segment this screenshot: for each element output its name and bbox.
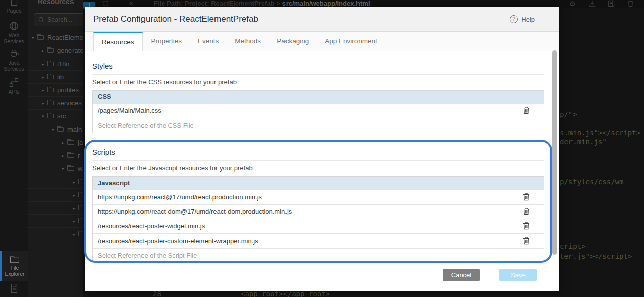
delete-button[interactable] xyxy=(522,235,531,247)
tree-row[interactable]: ▸ i18n xyxy=(28,57,83,71)
sidebar-item-document[interactable] xyxy=(0,283,28,293)
tree-row[interactable] xyxy=(28,254,83,267)
sidebar-item-web-services[interactable]: Web Services xyxy=(0,21,28,44)
tree-row[interactable]: ▸ xyxy=(28,215,83,228)
delete-file-button[interactable] xyxy=(627,0,634,8)
folder-icon xyxy=(78,193,83,197)
rail-label: Pages xyxy=(1,8,27,14)
css-table: CSS /pages/Main/Main.css Select Referenc… xyxy=(92,90,544,133)
tree-row[interactable] xyxy=(28,267,83,280)
resource-value[interactable]: /pages/Main/Main.css xyxy=(93,104,508,118)
resource-value[interactable]: https://unpkg.com/react@17/umd/react.pro… xyxy=(93,190,508,204)
tree-label: main xyxy=(67,126,82,133)
scripts-heading: Scripts xyxy=(92,148,544,161)
tree-row[interactable]: ▸ xyxy=(28,175,83,189)
folder-icon xyxy=(10,255,20,263)
save-file-button[interactable] xyxy=(608,0,615,8)
tab-app-environment[interactable]: App Environment xyxy=(317,32,385,51)
tab-bar: ResourcesPropertiesEventsMethodsPackagin… xyxy=(85,32,559,51)
download-button[interactable] xyxy=(589,0,596,8)
css-reference-input[interactable]: Select Reference of the CSS File xyxy=(93,118,544,133)
download-icon xyxy=(589,0,596,7)
tree-row[interactable] xyxy=(28,280,83,293)
delete-button[interactable] xyxy=(522,192,531,203)
table-header: Javascript xyxy=(93,177,544,190)
folder-icon xyxy=(78,219,83,223)
save-button[interactable]: Save xyxy=(499,269,537,281)
tree-row[interactable]: ▸ lib xyxy=(28,71,83,84)
folder-icon xyxy=(47,101,54,105)
trash-icon xyxy=(523,222,530,230)
tree-row[interactable]: ▸ xyxy=(28,202,83,215)
tree-row[interactable] xyxy=(28,293,83,297)
tree-row[interactable]: ▾ main xyxy=(28,123,83,136)
sidebar-item-pages[interactable]: Pages xyxy=(0,0,28,14)
search-input[interactable]: Search... xyxy=(34,13,83,26)
sidebar-item-apis[interactable]: APIs xyxy=(0,78,28,95)
tree-row[interactable]: ▸ profiles xyxy=(28,84,83,97)
tree-label: ReactElemen xyxy=(47,34,83,41)
delete-button[interactable] xyxy=(522,105,531,117)
tab-properties[interactable]: Properties xyxy=(143,32,190,51)
folder-icon xyxy=(67,153,74,158)
folder-icon xyxy=(78,232,83,236)
settings-button[interactable]: ⚙ xyxy=(569,0,576,8)
folder-icon xyxy=(57,127,64,132)
trash-icon xyxy=(523,236,530,245)
script-reference-input[interactable]: Select Reference of the Script File xyxy=(93,248,544,263)
tree-row[interactable] xyxy=(28,241,83,254)
tree-label: src xyxy=(57,112,66,120)
action-cell xyxy=(508,104,544,118)
trash-icon xyxy=(627,0,634,7)
folder-icon xyxy=(67,140,74,145)
caret-icon: ▸ xyxy=(73,193,78,198)
resource-value[interactable]: /resources/react-poster-widget.min.js xyxy=(93,219,508,233)
tree-row[interactable]: ▸ ja xyxy=(28,136,83,149)
actions-column-header xyxy=(508,91,544,103)
collapse-panel-button[interactable]: « xyxy=(129,0,133,8)
tree-row[interactable]: ▸ generated xyxy=(28,44,83,57)
trash-icon xyxy=(523,193,530,201)
tree-row[interactable]: ▸ services xyxy=(28,97,83,110)
tree-row[interactable]: ▸ xyxy=(28,189,83,202)
caret-icon: ▸ xyxy=(73,232,78,237)
code-fragment: p/styles/css/wm xyxy=(560,177,623,186)
css-table-rows: /pages/Main/Main.css xyxy=(93,103,544,118)
tab-resources[interactable]: Resources xyxy=(93,32,143,51)
tree-row[interactable]: ▾ ReactElemen xyxy=(28,31,83,44)
tab-packaging[interactable]: Packaging xyxy=(269,32,317,51)
styles-subtitle: Select or Enter the CSS resources for yo… xyxy=(92,78,544,86)
caret-icon: ▾ xyxy=(52,127,57,132)
sidebar-item-java-services[interactable]: Java Services xyxy=(0,48,28,72)
coffee-icon xyxy=(9,48,19,58)
folder-icon xyxy=(47,75,54,79)
refresh-button[interactable] xyxy=(102,0,109,8)
help-button[interactable]: ? Help xyxy=(510,7,535,31)
sidebar-item-file-explorer[interactable]: File Explorer xyxy=(0,251,28,281)
rail-label: Web Services xyxy=(1,32,27,44)
tab-events[interactable]: Events xyxy=(190,32,227,51)
caret-icon: ▾ xyxy=(32,35,37,40)
tree-row[interactable]: ▸ r xyxy=(28,149,83,162)
tab-methods[interactable]: Methods xyxy=(227,32,269,51)
folder-icon xyxy=(78,180,83,184)
table-row: https://unpkg.com/react@17/umd/react.pro… xyxy=(93,190,544,204)
cancel-button[interactable]: Cancel xyxy=(443,269,480,281)
dialog-body: Styles Select or Enter the CSS resources… xyxy=(85,51,559,291)
dialog-scrollbar[interactable] xyxy=(552,50,557,255)
resource-value[interactable]: https://unpkg.com/react-dom@17/umd/react… xyxy=(93,205,508,219)
rail-label: Java Services xyxy=(1,60,27,72)
caret-icon: ▸ xyxy=(73,206,78,211)
caret-icon: ▾ xyxy=(42,114,47,119)
tree-row[interactable]: ▸ xyxy=(28,228,83,241)
panel-title: Resources xyxy=(38,0,74,6)
delete-button[interactable] xyxy=(522,221,531,232)
resource-value[interactable]: /resources/react-poster-custom-element-w… xyxy=(93,234,508,248)
tree-row[interactable]: ▾ src xyxy=(28,110,83,123)
tree-row[interactable]: ▾ w xyxy=(28,162,83,175)
table-row: /resources/react-poster-widget.min.js xyxy=(93,219,544,233)
tree-label: lib xyxy=(57,73,64,81)
caret-icon: ▸ xyxy=(62,140,67,145)
delete-button[interactable] xyxy=(522,206,531,218)
scripts-subtitle: Select or Enter the Javascript resources… xyxy=(92,164,544,172)
